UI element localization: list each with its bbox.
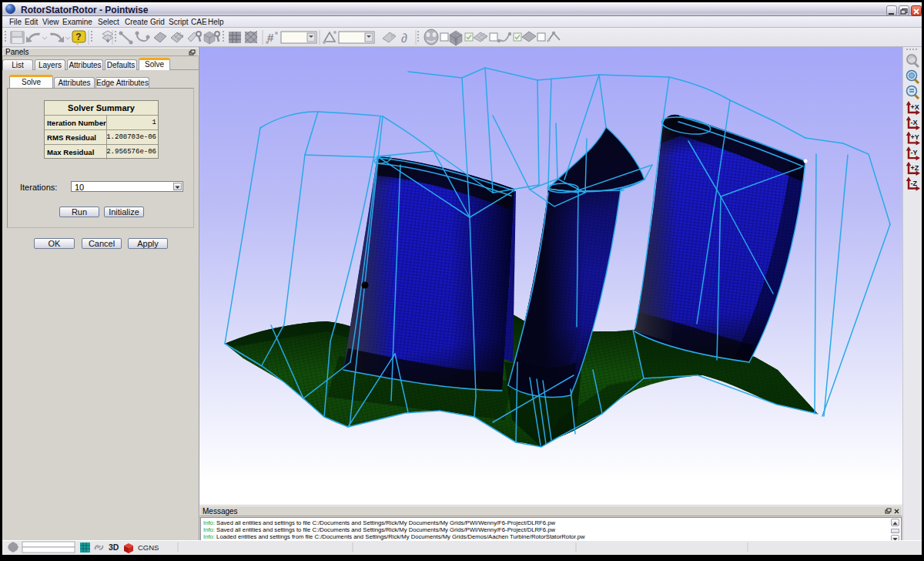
svg-text:∂: ∂ xyxy=(401,32,407,45)
svg-text:-Z: -Z xyxy=(911,180,918,187)
svg-text:+Z: +Z xyxy=(911,164,919,172)
svg-text:3D: 3D xyxy=(109,543,119,552)
svg-text:+X: +X xyxy=(911,103,919,111)
svg-text:?: ? xyxy=(75,32,81,42)
svg-text:-X: -X xyxy=(911,119,918,126)
svg-text:CGNS: CGNS xyxy=(138,543,159,552)
svg-text:+Y: +Y xyxy=(911,133,919,141)
svg-text:-Y: -Y xyxy=(911,149,918,156)
